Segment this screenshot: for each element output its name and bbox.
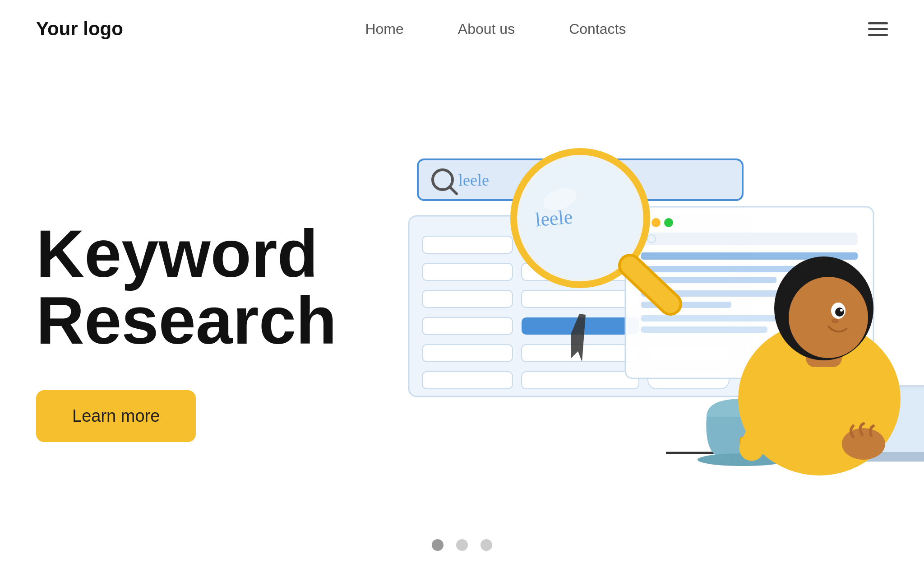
nav-about[interactable]: About us xyxy=(458,21,515,37)
svg-rect-11 xyxy=(422,290,513,308)
main-nav: Home About us Contacts xyxy=(365,21,626,37)
nav-home[interactable]: Home xyxy=(365,21,403,37)
svg-rect-36 xyxy=(641,326,767,333)
illustration-svg: leele xyxy=(359,128,924,534)
svg-rect-17 xyxy=(422,345,513,362)
svg-rect-14 xyxy=(422,317,513,335)
svg-text:leele: leele xyxy=(534,205,573,231)
svg-point-26 xyxy=(651,218,661,227)
svg-rect-20 xyxy=(422,372,513,389)
hero-title: Keyword Research xyxy=(36,220,337,354)
hero-left: Keyword Research Learn more xyxy=(36,220,337,442)
svg-point-60 xyxy=(842,428,885,460)
logo: Your logo xyxy=(36,18,123,40)
svg-rect-31 xyxy=(641,266,813,272)
dot-1[interactable] xyxy=(432,539,444,551)
hero-section: Keyword Research Learn more leele xyxy=(0,58,924,577)
svg-point-58 xyxy=(840,309,843,312)
svg-point-55 xyxy=(789,277,868,358)
svg-rect-28 xyxy=(641,233,858,245)
svg-point-59 xyxy=(832,319,839,323)
svg-rect-5 xyxy=(422,236,513,253)
pagination-dots xyxy=(432,539,492,551)
nav-contacts[interactable]: Contacts xyxy=(569,21,626,37)
svg-rect-8 xyxy=(422,263,513,280)
svg-rect-21 xyxy=(522,372,639,389)
hero-illustration: leele xyxy=(337,128,888,534)
dot-2[interactable] xyxy=(456,539,468,551)
svg-text:leele: leele xyxy=(458,171,489,189)
learn-more-button[interactable]: Learn more xyxy=(36,390,196,442)
hamburger-menu[interactable] xyxy=(868,22,888,36)
dot-3[interactable] xyxy=(480,539,492,551)
svg-point-27 xyxy=(664,218,673,227)
svg-point-57 xyxy=(835,308,844,317)
svg-rect-12 xyxy=(522,290,639,308)
